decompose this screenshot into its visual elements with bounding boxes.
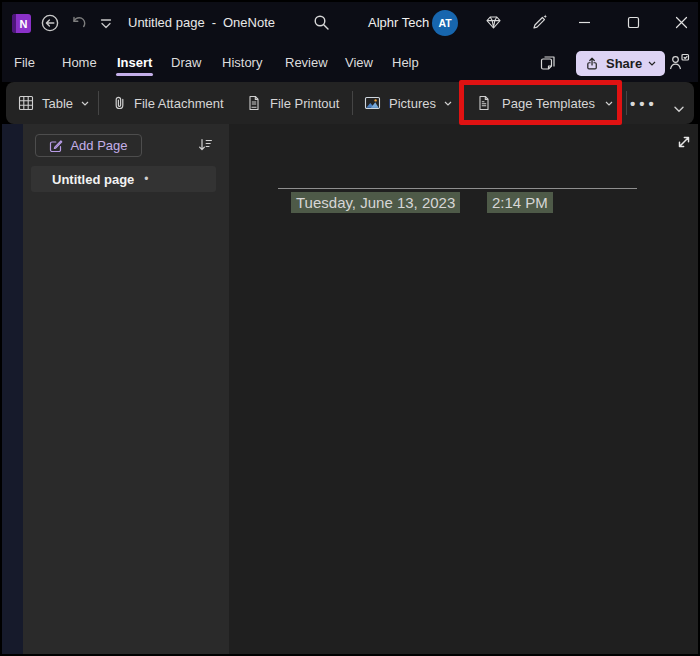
new-window-icon[interactable] xyxy=(539,54,557,72)
window-title-page: Untitled page xyxy=(128,15,205,30)
ribbon-file-attachment-label: File Attachment xyxy=(134,96,224,111)
ribbon-collapse-chevron-icon[interactable] xyxy=(674,106,684,113)
gem-icon[interactable] xyxy=(485,14,502,31)
ribbon-file-attachment-button[interactable]: File Attachment xyxy=(112,82,224,124)
share-icon xyxy=(585,56,600,71)
window-title: Untitled page - OneNote xyxy=(128,15,275,30)
page-templates-icon xyxy=(476,95,492,111)
undo-icon[interactable] xyxy=(70,14,88,32)
ribbon-page-templates-button[interactable]: Page Templates xyxy=(476,82,613,124)
close-button[interactable] xyxy=(675,16,688,29)
ribbon-divider xyxy=(626,91,627,115)
window-title-separator: - xyxy=(212,15,216,30)
onenote-app-icon: N xyxy=(12,14,31,33)
chevron-down-icon xyxy=(81,101,89,106)
ribbon-file-printout-button[interactable]: File Printout xyxy=(246,82,339,124)
ribbon-file-printout-label: File Printout xyxy=(270,96,339,111)
account-name[interactable]: Alphr Tech xyxy=(368,15,429,30)
paperclip-icon xyxy=(112,95,126,111)
page-list-sidebar xyxy=(23,124,229,656)
account-avatar[interactable]: AT xyxy=(432,10,458,36)
menu-tab-help[interactable]: Help xyxy=(392,55,419,70)
back-icon[interactable] xyxy=(40,13,60,33)
printout-icon xyxy=(246,95,262,111)
toolbar-customize-icon[interactable] xyxy=(100,19,112,29)
minimize-button[interactable] xyxy=(578,16,591,29)
expand-page-icon[interactable] xyxy=(675,133,693,151)
menu-tab-view[interactable]: View xyxy=(345,55,373,70)
ribbon-page-templates-label: Page Templates xyxy=(502,96,595,111)
table-icon xyxy=(18,95,34,111)
menu-tab-insert[interactable]: Insert xyxy=(117,55,152,70)
ribbon-table-button[interactable]: Table xyxy=(18,82,89,124)
feedback-pen-icon[interactable] xyxy=(531,13,549,31)
page-item-unsaved-dot: • xyxy=(144,172,148,186)
ribbon-more-button[interactable]: ••• xyxy=(630,82,658,124)
chevron-down-icon xyxy=(648,61,656,66)
ribbon-pictures-label: Pictures xyxy=(389,96,436,111)
compose-icon xyxy=(49,139,63,153)
date-stamp[interactable]: Tuesday, June 13, 2023 xyxy=(291,192,460,213)
page-title-underline xyxy=(278,188,637,189)
onenote-window: N Untitled page - OneNote Alphr Tech AT xyxy=(0,0,700,656)
menu-tab-review[interactable]: Review xyxy=(285,55,328,70)
menu-tab-draw[interactable]: Draw xyxy=(171,55,201,70)
share-button[interactable]: Share xyxy=(576,51,665,76)
sort-pages-icon[interactable] xyxy=(197,136,214,153)
chevron-down-icon xyxy=(605,101,613,106)
ribbon-divider xyxy=(352,91,353,115)
add-page-label: Add Page xyxy=(70,138,127,153)
ribbon-table-label: Table xyxy=(42,96,73,111)
menu-tab-home[interactable]: Home xyxy=(62,55,97,70)
search-icon[interactable] xyxy=(313,14,330,31)
window-title-app: OneNote xyxy=(223,15,275,30)
add-page-button[interactable]: Add Page xyxy=(35,134,142,157)
ribbon-divider xyxy=(98,91,99,115)
menu-tab-file[interactable]: File xyxy=(14,55,35,70)
ribbon-pictures-button[interactable]: Pictures xyxy=(364,82,452,124)
chevron-down-icon xyxy=(444,101,452,106)
time-stamp[interactable]: 2:14 PM xyxy=(487,192,553,213)
sidebar-page-item[interactable]: Untitled page • xyxy=(31,166,216,192)
people-icon[interactable] xyxy=(667,52,691,72)
share-button-label: Share xyxy=(606,56,642,71)
pictures-icon xyxy=(364,95,381,111)
menu-tab-history[interactable]: History xyxy=(222,55,262,70)
left-edge-strip xyxy=(0,124,23,656)
page-item-title: Untitled page xyxy=(52,172,134,187)
maximize-button[interactable] xyxy=(627,16,640,29)
